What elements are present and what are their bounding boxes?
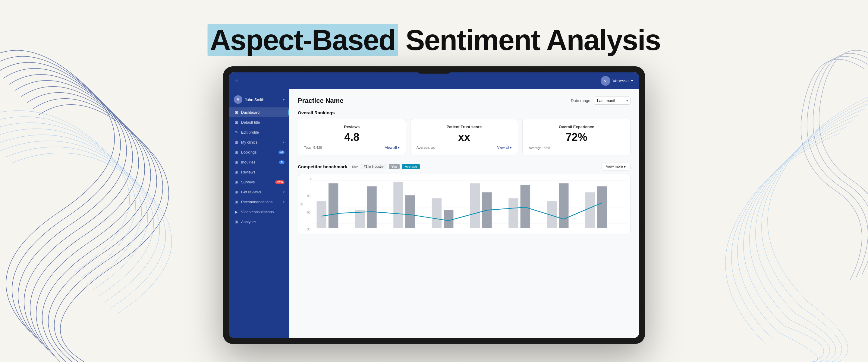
inquiries-badge: 5 [279, 161, 284, 164]
my-clinics-chevron: ▾ [283, 141, 284, 144]
key-industry: #1 in industry [361, 164, 386, 169]
key-label: Key: [352, 165, 359, 168]
svg-rect-11 [444, 210, 453, 228]
view-more-arrow: ▸ [624, 164, 626, 169]
sidebar: V John Smith ▾ ⊞ Dashboard ⊞ Default tit… [229, 89, 289, 338]
experience-card: Overall Experience 72% Average: 68% [522, 119, 630, 155]
bg-waves-left [0, 0, 211, 362]
sidebar-user-chevron: ▾ [283, 98, 284, 101]
sidebar-item-my-clinics[interactable]: ⊞ My clinics ▾ [229, 137, 289, 147]
surveys-badge: NEW [275, 180, 284, 184]
bookings-badge: 46 [278, 150, 284, 154]
sidebar-label-bookings: Bookings [241, 150, 276, 155]
sidebar-item-inquiries[interactable]: ⊞ Inquiries 5 [229, 157, 289, 167]
sidebar-label-surveys: Surveys [241, 180, 273, 184]
practice-name: Practice Name [298, 97, 344, 105]
edit-profile-icon: ✎ [234, 130, 239, 135]
trust-card-title: Patient Trust score [416, 124, 512, 129]
sidebar-item-edit-profile[interactable]: ✎ Edit profile [229, 127, 289, 137]
page-title-area: Aspect-Based Sentiment Analysis [208, 24, 661, 56]
y-tick-30: 30 [307, 228, 312, 231]
svg-rect-15 [521, 185, 530, 228]
sidebar-label-my-clinics: My clinics [241, 140, 281, 144]
key-you: You [389, 164, 400, 169]
reviews-card: Reviews 4.8 Total: 5,429 View all ▸ [298, 119, 406, 155]
sidebar-user[interactable]: V John Smith ▾ [229, 92, 289, 107]
experience-card-value: 72% [529, 131, 624, 144]
hamburger-icon[interactable]: ≡ [235, 78, 239, 84]
reviews-card-footer: Total: 5,429 View all ▸ [304, 145, 400, 150]
default-title-icon: ⊞ [234, 120, 239, 124]
key-average: Average [402, 164, 420, 169]
user-chevron-icon[interactable]: ▾ [631, 79, 633, 83]
sidebar-item-bookings[interactable]: ⊞ Bookings 46 [229, 147, 289, 157]
date-range-wrapper[interactable]: Last month Last 3 months Last 6 months L… [594, 96, 630, 105]
sidebar-item-default-title[interactable]: ⊞ Default title [229, 117, 289, 127]
laptop-frame: ≡ V Vanessa ▾ V John Smith ▾ ⊞ [223, 66, 645, 344]
sidebar-label-analytics: Analytics [241, 220, 284, 224]
trust-card-footer: Average: xx View all ▸ [416, 145, 512, 150]
svg-rect-7 [367, 187, 376, 228]
svg-rect-6 [355, 210, 365, 228]
svg-rect-5 [329, 184, 338, 228]
analytics-icon: ⊞ [234, 220, 239, 224]
svg-rect-8 [393, 182, 403, 228]
sidebar-avatar: V [234, 95, 242, 104]
date-range-select[interactable]: Last month Last 3 months Last 6 months L… [594, 96, 630, 105]
experience-average: Average: 68% [529, 146, 550, 150]
surveys-icon: ⊞ [234, 180, 239, 184]
sidebar-label-default-title: Default title [241, 120, 284, 124]
sidebar-label-video: Video consultations [241, 210, 284, 214]
sidebar-label-recommendations: Recommendations [241, 200, 281, 204]
practice-header: Practice Name Date range: Last month Las… [298, 96, 630, 105]
experience-card-footer: Average: 68% [529, 146, 624, 150]
main-content: Practice Name Date range: Last month Las… [289, 89, 639, 338]
svg-rect-18 [585, 192, 595, 228]
date-range-label: Date range: [571, 98, 591, 103]
sidebar-item-video-consultations[interactable]: ▶ Video consultations [229, 207, 289, 217]
recommendations-icon: ⊞ [234, 200, 239, 204]
page-title: Aspect-Based Sentiment Analysis [208, 24, 661, 56]
reviews-card-title: Reviews [304, 124, 400, 129]
sidebar-label-get-reviews: Get reviews [241, 190, 281, 194]
trust-card: Patient Trust score xx Average: xx View … [410, 119, 518, 155]
dashboard-icon: ⊞ [234, 110, 239, 115]
trust-average: Average: xx [416, 146, 435, 149]
reviews-card-value: 4.8 [304, 131, 400, 144]
user-avatar-top: V [601, 76, 610, 86]
sidebar-item-reviews[interactable]: ⊞ Reviews [229, 167, 289, 177]
sidebar-label-edit-profile: Edit profile [241, 130, 284, 135]
sidebar-item-get-reviews[interactable]: ⊞ Get reviews ▾ [229, 187, 289, 197]
date-range-control: Date range: Last month Last 3 months Las… [571, 96, 630, 105]
svg-rect-17 [559, 184, 568, 228]
svg-rect-9 [405, 195, 415, 228]
sidebar-label-dashboard: Dashboard [241, 110, 284, 115]
sidebar-item-surveys[interactable]: ⊞ Surveys NEW [229, 177, 289, 187]
laptop-screen: ≡ V Vanessa ▾ V John Smith ▾ ⊞ [229, 73, 639, 338]
top-nav: ≡ V Vanessa ▾ [229, 73, 639, 89]
sidebar-item-analytics[interactable]: ⊞ Analytics [229, 217, 289, 227]
trust-view-all[interactable]: View all ▸ [497, 145, 512, 150]
svg-rect-14 [508, 198, 518, 228]
sidebar-item-dashboard[interactable]: ⊞ Dashboard [229, 107, 289, 117]
get-reviews-icon: ⊞ [234, 190, 239, 194]
svg-rect-12 [470, 184, 480, 228]
benchmark-title-row: Competitor benchmark Key: #1 in industry… [298, 164, 420, 169]
sidebar-item-recommendations[interactable]: ⊞ Recommendations ▾ [229, 197, 289, 207]
sidebar-label-reviews: Reviews [241, 170, 284, 174]
my-clinics-icon: ⊞ [234, 140, 239, 144]
get-reviews-chevron: ▾ [283, 190, 284, 194]
sidebar-label-inquiries: Inquiries [241, 160, 277, 164]
svg-rect-10 [432, 198, 441, 228]
y-tick-100: 100 [307, 177, 312, 181]
reviews-total: Total: 5,429 [304, 146, 322, 149]
view-more-button[interactable]: View more ▸ [601, 163, 630, 170]
svg-rect-19 [597, 187, 607, 228]
chart-area: % 100 90 60 30 [298, 174, 630, 234]
recommendations-chevron: ▾ [283, 200, 284, 204]
experience-card-title: Overall Experience [529, 124, 624, 129]
chart-y-axis: 100 90 60 30 [307, 177, 312, 231]
laptop-notch [416, 66, 452, 74]
reviews-view-all[interactable]: View all ▸ [385, 145, 400, 150]
y-tick-90: 90 [307, 194, 312, 198]
